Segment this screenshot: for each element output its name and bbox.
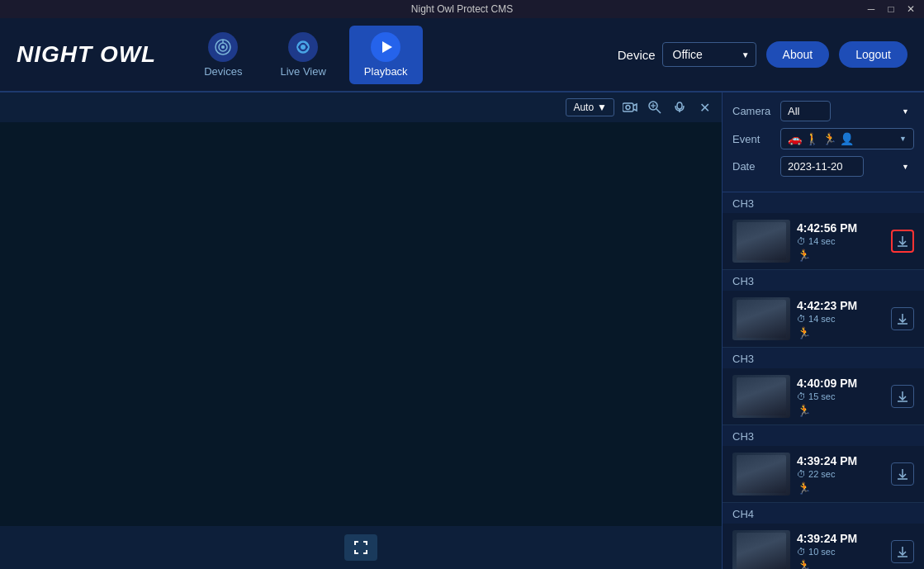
- fullscreen-button[interactable]: [344, 534, 377, 561]
- event-item[interactable]: 4:42:23 PM⏱ 14 sec🏃: [723, 291, 924, 348]
- date-filter-dropdown[interactable]: 2023-11-20: [780, 156, 864, 177]
- event-duration: ⏱ 14 sec: [797, 314, 884, 324]
- title-bar-controls: ─ □ ✕: [865, 2, 917, 16]
- liveview-icon: [288, 32, 318, 62]
- camera-filter-dropdown[interactable]: All CH1 CH2 CH3 CH4: [780, 101, 831, 121]
- filters-section: Camera All CH1 CH2 CH3 CH4 Event 🚗 🚶: [723, 92, 924, 192]
- devices-icon: [208, 32, 238, 62]
- svg-point-5: [301, 45, 306, 50]
- event-channel-label: CH3: [723, 348, 924, 368]
- svg-marker-6: [382, 41, 392, 53]
- camera-filter-label: Camera: [732, 105, 774, 117]
- event-item[interactable]: 4:39:24 PM⏱ 10 sec🏃: [723, 524, 924, 569]
- app-logo: NIGHT OWL: [17, 41, 156, 68]
- title-bar: Night Owl Protect CMS ─ □ ✕: [0, 0, 924, 18]
- svg-point-8: [626, 106, 630, 110]
- maximize-button[interactable]: □: [884, 2, 898, 16]
- minimize-button[interactable]: ─: [865, 2, 878, 16]
- event-list: CH34:42:56 PM⏱ 14 sec🏃CH34:42:23 PM⏱ 14 …: [723, 192, 924, 569]
- title-bar-text: Night Owl Protect CMS: [411, 3, 513, 15]
- event-time: 4:40:09 PM: [797, 377, 884, 390]
- motion-event-icon: 🏃: [822, 132, 836, 145]
- event-info: 4:39:24 PM⏱ 10 sec🏃: [797, 532, 884, 570]
- device-label: Device: [618, 48, 656, 62]
- event-type-icon: 🏃: [797, 326, 884, 339]
- event-type-icon: 🏃: [797, 481, 884, 495]
- right-panel: Camera All CH1 CH2 CH3 CH4 Event 🚗 🚶: [722, 92, 924, 569]
- event-time: 4:42:23 PM: [797, 299, 884, 312]
- event-duration: ⏱ 14 sec: [797, 236, 884, 246]
- event-filter-icons[interactable]: 🚗 🚶 🏃 👤 ▼: [780, 128, 914, 149]
- vehicle-event-icon: 🚗: [788, 132, 802, 145]
- event-thumbnail: [732, 375, 790, 418]
- download-button[interactable]: [891, 385, 914, 408]
- playback-label: Playback: [364, 65, 408, 78]
- event-info: 4:42:23 PM⏱ 14 sec🏃: [797, 299, 884, 339]
- auto-label: Auto: [573, 102, 594, 113]
- main-content: Auto ▼: [0, 92, 924, 569]
- nav-items: Devices Live View Playback: [189, 26, 618, 84]
- liveview-label: Live View: [280, 65, 325, 78]
- close-toolbar-icon[interactable]: ✕: [695, 98, 713, 116]
- svg-line-10: [656, 109, 661, 113]
- nav-item-devices[interactable]: Devices: [189, 26, 257, 84]
- event-filter-row: Event 🚗 🚶 🏃 👤 ▼: [732, 128, 914, 149]
- zoom-toolbar-icon[interactable]: [646, 98, 664, 116]
- event-filter-label: Event: [732, 133, 774, 145]
- date-filter-row: Date 2023-11-20: [732, 156, 914, 177]
- event-info: 4:42:56 PM⏱ 14 sec🏃: [797, 221, 884, 262]
- devices-label: Devices: [204, 65, 242, 78]
- event-channel-label: CH3: [723, 270, 924, 291]
- video-bottom-bar: [0, 526, 722, 569]
- event-type-icon: 🏃: [797, 249, 884, 262]
- logout-button[interactable]: Logout: [839, 41, 907, 68]
- event-duration: ⏱ 15 sec: [797, 391, 884, 401]
- download-button[interactable]: [891, 230, 914, 253]
- video-area: Auto ▼: [0, 92, 722, 569]
- event-channel-label: CH3: [723, 425, 924, 446]
- event-thumbnail: [732, 297, 790, 340]
- video-player[interactable]: [0, 122, 722, 526]
- event-time: 4:42:56 PM: [797, 221, 884, 235]
- top-right-controls: Device Office Home Warehouse About Logou…: [618, 41, 907, 68]
- video-toolbar: Auto ▼: [0, 92, 722, 122]
- person-event-icon: 🚶: [805, 132, 819, 145]
- audio-toolbar-icon[interactable]: [670, 98, 689, 116]
- device-dropdown-wrapper: Office Home Warehouse: [662, 42, 756, 67]
- face-event-icon: 👤: [840, 132, 854, 145]
- event-type-icon: 🏃: [797, 559, 884, 570]
- event-info: 4:40:09 PM⏱ 15 sec🏃: [797, 377, 884, 417]
- event-duration: ⏱ 10 sec: [797, 547, 884, 557]
- nav-item-playback[interactable]: Playback: [349, 26, 423, 84]
- event-thumbnail: [732, 220, 790, 263]
- date-dropdown-wrapper: 2023-11-20: [780, 156, 914, 177]
- about-button[interactable]: About: [766, 41, 830, 68]
- event-item[interactable]: 4:39:24 PM⏱ 22 sec🏃: [723, 446, 924, 503]
- close-button[interactable]: ✕: [904, 2, 917, 16]
- svg-rect-7: [623, 103, 633, 111]
- event-time: 4:39:24 PM: [797, 454, 884, 467]
- event-time: 4:39:24 PM: [797, 532, 884, 545]
- event-item[interactable]: 4:42:56 PM⏱ 14 sec🏃: [723, 213, 924, 270]
- download-button[interactable]: [891, 462, 914, 486]
- device-dropdown[interactable]: Office Home Warehouse: [662, 42, 756, 67]
- event-channel-label: CH4: [723, 503, 924, 524]
- camera-toolbar-icon[interactable]: [621, 98, 639, 116]
- event-type-icon: 🏃: [797, 404, 884, 417]
- top-navigation: NIGHT OWL Devices: [0, 18, 924, 92]
- auto-selector[interactable]: Auto ▼: [566, 98, 614, 116]
- event-item[interactable]: 4:40:09 PM⏱ 15 sec🏃: [723, 368, 924, 425]
- nav-item-liveview[interactable]: Live View: [265, 26, 340, 84]
- download-button[interactable]: [891, 307, 914, 330]
- event-thumbnail: [732, 453, 790, 496]
- date-filter-label: Date: [732, 160, 774, 173]
- camera-filter-row: Camera All CH1 CH2 CH3 CH4: [732, 101, 914, 121]
- event-info: 4:39:24 PM⏱ 22 sec🏃: [797, 454, 884, 495]
- camera-dropdown-wrapper: All CH1 CH2 CH3 CH4: [780, 101, 914, 121]
- event-chevron-icon: ▼: [899, 135, 907, 143]
- svg-point-2: [221, 45, 225, 49]
- auto-chevron-icon: ▼: [597, 102, 607, 113]
- download-button[interactable]: [891, 540, 914, 563]
- playback-icon: [371, 32, 400, 62]
- event-duration: ⏱ 22 sec: [797, 469, 884, 479]
